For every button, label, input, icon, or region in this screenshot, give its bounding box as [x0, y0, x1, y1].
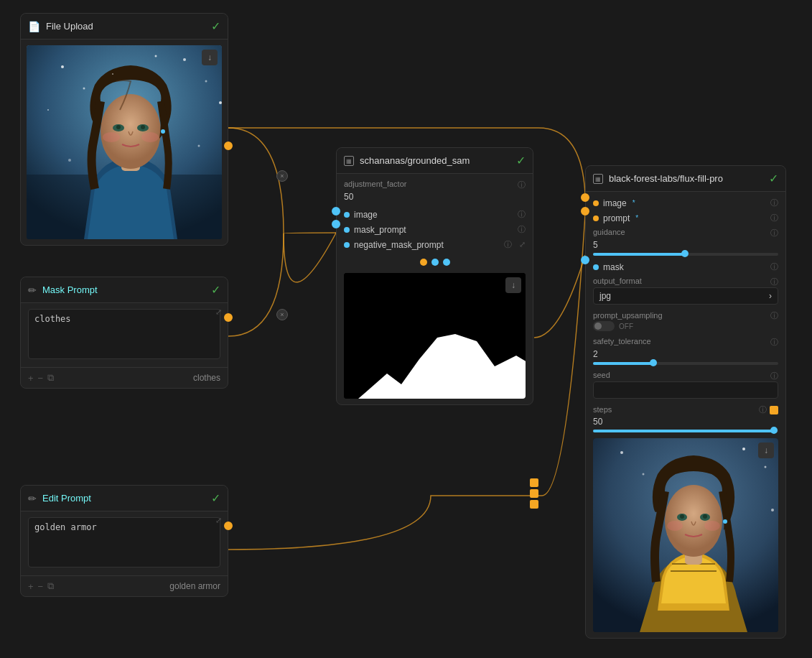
svg-point-12	[83, 88, 85, 90]
mask-prompt-minus-btn[interactable]: −	[38, 373, 44, 384]
flux-steps-info: ⓘ	[759, 404, 767, 415]
svg-point-14	[205, 80, 207, 83]
flux-prompt-row: prompt * ⓘ	[593, 213, 778, 223]
sam-adjustment-info: ⓘ	[518, 180, 526, 190]
svg-point-3	[101, 94, 161, 169]
sam-dot-2	[431, 259, 439, 266]
flux-guidance-slider[interactable]	[593, 253, 778, 256]
flux-mask-dot	[593, 264, 599, 270]
sam-progress-dots	[344, 254, 526, 270]
mask-prompt-copy-btn[interactable]: ⧉	[47, 372, 54, 384]
mask-prompt-title: Mask Prompt	[42, 284, 205, 295]
svg-point-25	[742, 448, 745, 450]
flux-output-format-info: ⓘ	[770, 277, 778, 287]
sam-output-download-btn[interactable]: ↓	[505, 277, 521, 293]
flux-output-image: ↓	[593, 438, 778, 632]
flux-output-download-btn[interactable]: ↓	[758, 442, 774, 458]
flux-steps-fill	[593, 430, 775, 432]
flux-steps-badge	[770, 406, 778, 414]
flux-output-format-chevron: ›	[769, 291, 772, 301]
flux-seed-field: seed ⓘ	[593, 371, 778, 399]
svg-point-23	[620, 451, 623, 454]
sam-negative-mask-input: negative_mask_prompt ⓘ ⤢	[344, 239, 526, 250]
sam-output-badge-2	[530, 489, 538, 498]
edit-prompt-header: ✏ Edit Prompt ✓	[21, 486, 228, 511]
edit-prompt-copy-btn[interactable]: ⧉	[47, 580, 54, 592]
edit-prompt-expand-icon[interactable]: ⤢	[215, 516, 222, 525]
flux-safety-tolerance-field: safety_tolerance ⓘ 2	[593, 337, 778, 365]
svg-point-15	[47, 109, 49, 111]
mask-prompt-footer-text: clothes	[193, 373, 220, 383]
sam-icon: ▦	[344, 156, 354, 166]
flux-prompt-info: ⓘ	[770, 213, 778, 223]
flux-safety-value: 2	[593, 348, 778, 361]
flux-output-format-field: output_format ⓘ jpg ›	[593, 277, 778, 305]
file-upload-preview: ↓	[27, 45, 222, 239]
flux-title: black-forest-labs/flux-fill-pro	[609, 173, 763, 184]
sam-dot-3	[443, 259, 450, 266]
toggle-label: OFF	[619, 323, 633, 330]
flux-seed-info: ⓘ	[770, 371, 778, 381]
flux-image-row: image * ⓘ	[593, 198, 778, 208]
flux-prompt-upsampling-info: ⓘ	[770, 310, 778, 321]
junction-x-1: ×	[276, 170, 288, 182]
svg-point-24	[643, 473, 645, 476]
mask-prompt-textarea[interactable]: clothes	[28, 309, 220, 359]
edit-prompt-minus-btn[interactable]: −	[38, 581, 44, 592]
mask-prompt-header: ✏ Mask Prompt ✓	[21, 277, 228, 303]
sam-node: ▦ schananas/grounded_sam ✓ adjustment_fa…	[336, 147, 533, 405]
flux-prompt-dot	[593, 216, 599, 221]
svg-point-34	[703, 514, 707, 519]
flux-left-connector-prompt	[581, 207, 589, 216]
mask-prompt-plus-btn[interactable]: +	[28, 373, 34, 384]
flux-steps-slider[interactable]	[593, 430, 778, 432]
edit-prompt-textarea[interactable]: golden armor	[28, 517, 220, 567]
flux-safety-info: ⓘ	[770, 337, 778, 348]
sam-left-connector-1	[332, 207, 340, 216]
edit-prompt-footer-actions: + − ⧉	[28, 580, 54, 592]
sam-image-info: ⓘ	[518, 209, 526, 220]
toggle-knob	[594, 323, 602, 330]
flux-mask-label: mask	[603, 262, 624, 272]
sam-mask-prompt-dot	[344, 227, 350, 233]
flux-guidance-thumb	[681, 250, 689, 257]
flux-output-format-select[interactable]: jpg ›	[593, 287, 778, 305]
mask-prompt-expand-icon[interactable]: ⤢	[215, 307, 222, 317]
sam-image-label: image	[354, 210, 378, 220]
file-upload-node: 📄 File Upload ✓	[20, 13, 228, 246]
flux-safety-slider[interactable]	[593, 362, 778, 365]
svg-point-9	[141, 132, 159, 142]
file-upload-download-btn[interactable]: ↓	[202, 50, 218, 65]
sam-negative-mask-info: ⓘ	[504, 239, 512, 250]
junction-x-2: ×	[276, 309, 288, 320]
flux-seed-label: seed	[593, 371, 610, 380]
file-upload-title: File Upload	[46, 21, 205, 32]
flux-steps-label: steps	[593, 405, 612, 414]
flux-seed-input[interactable]	[593, 381, 778, 399]
edit-prompt-plus-btn[interactable]: +	[28, 581, 34, 592]
sam-header: ▦ schananas/grounded_sam ✓	[337, 148, 533, 174]
file-upload-output-connector	[224, 142, 233, 150]
svg-point-10	[161, 129, 165, 134]
flux-left-connector-image	[581, 193, 589, 202]
flux-safety-fill	[593, 362, 654, 365]
svg-point-19	[68, 159, 71, 162]
sam-negative-mask-dot	[344, 242, 350, 248]
sam-title: schananas/grounded_sam	[360, 155, 510, 166]
flux-image-dot	[593, 200, 599, 206]
edit-prompt-body: golden armor ⤢	[21, 511, 228, 575]
edit-prompt-icon: ✏	[28, 493, 37, 504]
mask-prompt-output-connector	[224, 313, 233, 322]
sam-mask-prompt-input: mask_prompt ⓘ	[344, 224, 526, 235]
svg-point-18	[112, 73, 113, 75]
sam-output-badge-1	[530, 478, 538, 487]
svg-point-8	[103, 132, 120, 142]
mask-prompt-check: ✓	[211, 283, 220, 297]
sam-image-dot	[344, 212, 350, 218]
sam-output-badge-3	[530, 500, 538, 509]
flux-steps-value: 50	[593, 415, 778, 428]
flux-prompt-upsampling-toggle[interactable]: OFF	[593, 321, 778, 331]
file-upload-header: 📄 File Upload ✓	[21, 14, 228, 40]
mask-prompt-footer: + − ⧉ clothes	[21, 367, 228, 388]
flux-header: ▦ black-forest-labs/flux-fill-pro ✓	[586, 166, 785, 192]
